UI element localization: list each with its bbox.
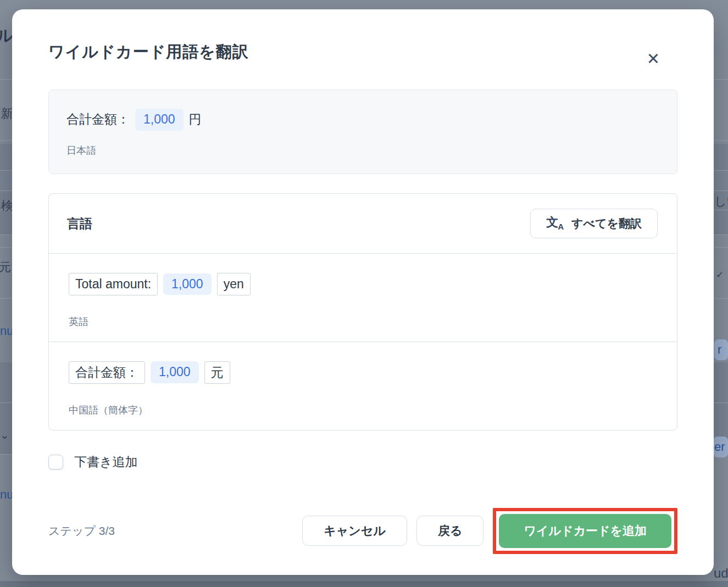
bg-text-fragment: ud (714, 566, 728, 581)
draft-checkbox[interactable] (48, 455, 63, 469)
bg-link-fragment: r (718, 343, 721, 357)
source-summary-box: 合計金額： 1,000 円 日本語 (48, 90, 677, 174)
summary-wildcard-value: 1,000 (135, 109, 184, 131)
term-input[interactable]: 合計金額： (69, 361, 145, 384)
cancel-button[interactable]: キャンセル (302, 516, 407, 546)
term-input[interactable]: yen (217, 273, 251, 295)
language-row-chinese: 合計金額： 1,000 元 中国語（簡体字） (49, 342, 677, 430)
check-icon: ✓ (716, 269, 724, 281)
language-row-english: Total amount: 1,000 yen 英語 (49, 254, 677, 342)
languages-panel: 言語 文A すべてを翻訳 Total amount: 1,000 yen 英語 … (48, 193, 677, 431)
bg-link-fragment: nu (0, 488, 13, 502)
dialog-footer: ステップ 3/3 キャンセル 戻る ワイルドカードを追加 (48, 508, 677, 554)
wildcard-chip[interactable]: 1,000 (163, 273, 212, 295)
step-indicator: ステップ 3/3 (48, 523, 115, 539)
draft-checkbox-label: 下書き追加 (74, 454, 138, 471)
bg-text-fragment: 元 (0, 259, 11, 276)
term-input[interactable]: 元 (204, 361, 230, 384)
row-language-label: 中国語（簡体字） (69, 404, 657, 417)
translate-all-label: すべてを翻訳 (571, 216, 642, 231)
click-highlight: ワイルドカードを追加 (493, 508, 677, 554)
draft-checkbox-row: 下書き追加 (48, 454, 677, 471)
bg-text-fragment: しい (714, 193, 728, 210)
bg-text-fragment: 新 (1, 105, 13, 122)
languages-panel-header: 言語 文A すべてを翻訳 (49, 194, 677, 254)
bg-text-fragment: 検 (1, 198, 13, 214)
summary-language-label: 日本語 (66, 144, 659, 157)
row-language-label: 英語 (69, 315, 657, 328)
close-icon[interactable]: ✕ (643, 49, 663, 69)
translate-wildcard-dialog: ワイルドカード用語を翻訳 ✕ 合計金額： 1,000 円 日本語 言語 文A す… (12, 9, 714, 575)
term-input[interactable]: Total amount: (69, 273, 158, 295)
bg-row-stripe (0, 581, 728, 587)
translate-icon: 文A (546, 216, 564, 231)
screen: ル 新 検 元 nu ⌄ nu しい ✓ r er ud ワイルドカード用語を翻… (0, 0, 728, 587)
chevron-down-icon: ⌄ (0, 428, 9, 441)
add-wildcard-button[interactable]: ワイルドカードを追加 (499, 514, 671, 548)
bg-link-fragment: er (714, 440, 725, 454)
dialog-title: ワイルドカード用語を翻訳 (48, 41, 677, 63)
summary-unit-text: 円 (189, 111, 202, 128)
languages-header-label: 言語 (67, 215, 92, 232)
bg-link-fragment: nu (0, 324, 13, 338)
translate-all-button[interactable]: 文A すべてを翻訳 (530, 209, 658, 238)
back-button[interactable]: 戻る (416, 516, 484, 546)
bg-text-fragment: ル (0, 25, 14, 47)
summary-term-text: 合計金額： (66, 111, 130, 128)
wildcard-chip[interactable]: 1,000 (151, 361, 199, 383)
